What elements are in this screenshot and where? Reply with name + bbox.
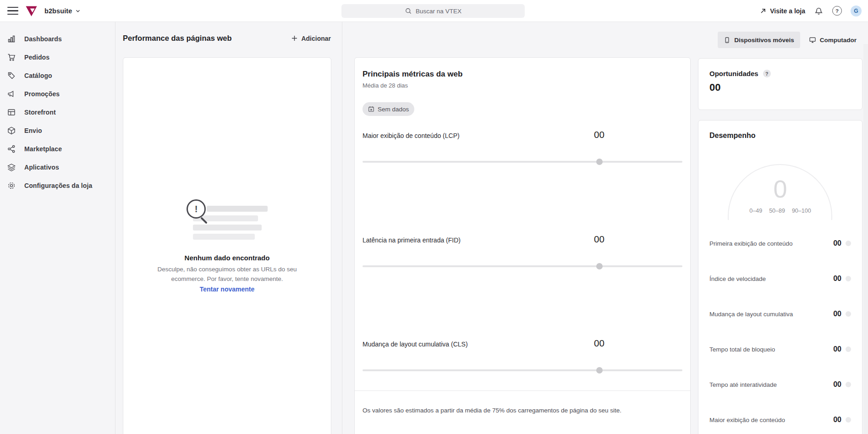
metric-label: Maior exibição de conteúdo (LCP): [363, 132, 460, 139]
sidebar-item-aplicativos[interactable]: Aplicativos: [0, 158, 115, 176]
performance-card: Desempenho 0 0–49 50–89 90–100 Primeira …: [698, 120, 863, 434]
visit-store-link[interactable]: Visite a loja: [759, 7, 805, 15]
share-icon: [7, 144, 16, 154]
chevron-down-icon: [75, 8, 81, 14]
perf-row-speed-index: Índice de velocidade 00: [709, 272, 851, 285]
sidebar-item-promocoes[interactable]: Promoções: [0, 85, 115, 103]
layers-icon: [7, 163, 16, 172]
plus-icon: [291, 34, 298, 42]
web-vitals-card: Principais métricas da web Média de 28 d…: [354, 57, 691, 434]
no-data-illustration: !: [184, 198, 273, 242]
gear-icon: [7, 181, 16, 190]
menu-icon[interactable]: [7, 7, 18, 15]
slider-handle[interactable]: [596, 263, 603, 269]
perf-row-lcp: Maior exibição de conteúdo 00: [709, 413, 851, 426]
sidebar-item-storefront[interactable]: Storefront: [0, 103, 115, 121]
mobile-phone-icon: [724, 37, 731, 44]
calendar-x-icon: [368, 106, 374, 112]
sidebar-item-label: Dashboards: [24, 35, 62, 43]
bar-chart-icon: [7, 34, 16, 44]
legend-range-mid: 50–89: [769, 208, 785, 214]
opportunities-value: 00: [709, 82, 720, 93]
metric-lcp: Maior exibição de conteúdo (LCP) 00: [363, 130, 682, 176]
toggle-mobile-button[interactable]: Dispositivos móveis: [718, 32, 800, 48]
search-input[interactable]: Buscar na VTEX: [341, 4, 525, 18]
empty-state-card: ! Nenhum dado encontrado Desculpe, não c…: [123, 57, 331, 434]
sidebar-item-label: Aplicativos: [24, 164, 59, 171]
sidebar-item-marketplace[interactable]: Marketplace: [0, 140, 115, 158]
card-title: Oportunidades: [709, 70, 758, 77]
slider-handle[interactable]: [596, 159, 603, 165]
status-dot-icon: [846, 241, 851, 246]
sidebar-item-label: Storefront: [24, 109, 56, 116]
metric-value: 00: [594, 234, 604, 245]
card-title: Desempenho: [709, 132, 755, 140]
help-icon[interactable]: ?: [763, 70, 771, 77]
status-dot-icon: [846, 382, 851, 387]
metric-fid: Latência na primeira entrada (FID) 00: [363, 235, 682, 280]
sidebar-item-label: Configurações da loja: [24, 182, 92, 189]
vtex-logo[interactable]: [25, 5, 38, 17]
gauge-value: 0: [698, 175, 862, 203]
panel-title: Performance das páginas web: [123, 34, 232, 43]
slider-track: [363, 265, 682, 267]
perf-row-tti: Tempo até interatividade 00: [709, 378, 851, 391]
status-dot-icon: [846, 346, 851, 352]
gauge-legend: 0–49 50–89 90–100: [698, 208, 862, 214]
layout-icon: [7, 108, 16, 117]
sidebar-item-dashboards[interactable]: Dashboards: [0, 30, 115, 48]
desktop-monitor-icon: [809, 36, 816, 44]
toggle-desktop-button[interactable]: Computador: [803, 32, 863, 48]
sidebar-item-envio[interactable]: Envio: [0, 121, 115, 140]
tag-icon: [7, 71, 16, 80]
status-dot-icon: [846, 417, 851, 423]
scrollbar-track[interactable]: [863, 44, 868, 434]
metric-value: 00: [594, 338, 604, 349]
sidebar-item-label: Pedidos: [24, 54, 49, 61]
metric-slider: [363, 367, 682, 374]
magnifier-exclamation-icon: !: [187, 199, 206, 219]
card-title: Principais métricas da web: [363, 70, 462, 79]
legend-range-low: 0–49: [749, 208, 762, 214]
retry-link[interactable]: Tentar novamente: [123, 286, 331, 293]
search-icon: [405, 7, 412, 15]
sidebar-item-configuracoes[interactable]: Configurações da loja: [0, 176, 115, 195]
visit-store-label: Visite a loja: [770, 7, 805, 15]
box-icon: [7, 126, 16, 135]
no-data-badge: Sem dados: [363, 102, 414, 116]
metric-value: 00: [594, 129, 604, 140]
slider-track: [363, 161, 682, 163]
megaphone-icon: [7, 89, 16, 99]
empty-state-description: Desculpe, não conseguimos obter as URLs …: [152, 265, 303, 284]
sidebar-item-label: Envio: [24, 127, 42, 134]
status-dot-icon: [846, 276, 851, 281]
card-footnote: Os valores são estimados a partir da méd…: [363, 407, 682, 414]
card-subtitle: Média de 28 dias: [363, 82, 408, 89]
pages-performance-panel: Performance das páginas web Adicionar ! …: [115, 22, 342, 434]
status-dot-icon: [846, 311, 851, 317]
opportunities-card: Oportunidades ? 00: [698, 58, 863, 110]
help-icon[interactable]: ?: [832, 6, 842, 16]
slider-track: [363, 369, 682, 371]
sidebar-item-catalogo[interactable]: Catálogo: [0, 66, 115, 85]
perf-row-tbt: Tempo total de bloqueio 00: [709, 343, 851, 356]
search-placeholder: Buscar na VTEX: [416, 8, 461, 15]
notifications-bell-icon[interactable]: [814, 6, 824, 16]
avatar[interactable]: G: [851, 5, 862, 16]
sidebar-item-pedidos[interactable]: Pedidos: [0, 48, 115, 66]
metric-slider: [363, 159, 682, 165]
sidebar: Dashboards Pedidos Catálogo Promoções St…: [0, 22, 115, 434]
cart-icon: [7, 53, 16, 62]
account-name: b2bsuite: [44, 7, 72, 15]
metric-cls: Mudança de layout cumulativa (CLS) 00: [363, 339, 682, 385]
metric-label: Latência na primeira entrada (FID): [363, 236, 461, 244]
metric-slider: [363, 263, 682, 269]
perf-row-fcp: Primeira exibição de conteúdo 00: [709, 237, 851, 250]
divider: [355, 390, 690, 391]
empty-state-title: Nenhum dado encontrado: [123, 254, 331, 262]
perf-row-cls: Mudança de layout cumulativa 00: [709, 308, 851, 320]
arrow-up-right-icon: [759, 7, 767, 15]
add-page-button[interactable]: Adicionar: [291, 34, 331, 42]
account-switcher[interactable]: b2bsuite: [44, 7, 81, 15]
slider-handle[interactable]: [596, 367, 603, 374]
